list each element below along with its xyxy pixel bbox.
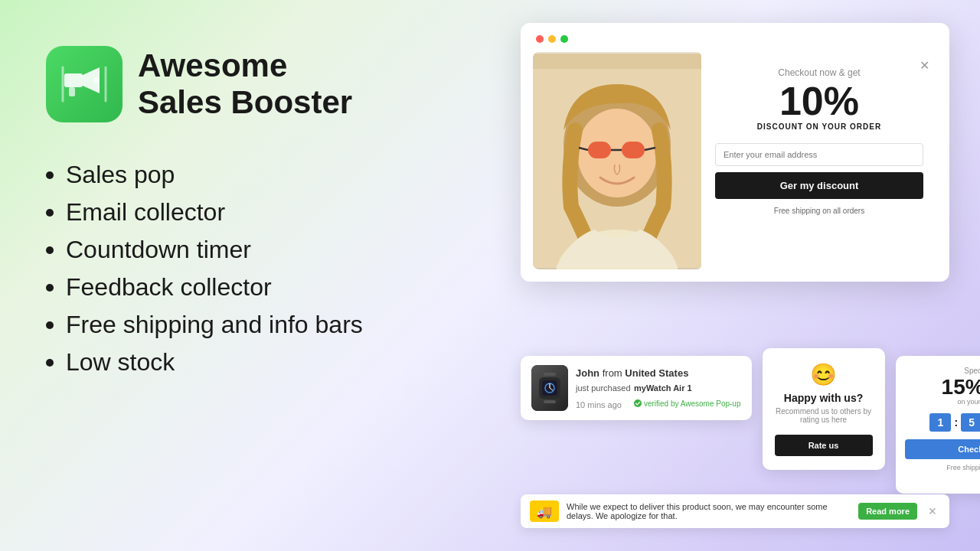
list-item: Low stock — [46, 348, 444, 377]
bullet-icon — [46, 246, 54, 254]
popup-right: ✕ Checkout now & get 10% DISCOUNT ON YOU… — [701, 52, 937, 269]
sales-pop-name: John from United States — [576, 367, 741, 380]
sales-pop-widget: John from United States just purchased m… — [521, 356, 752, 420]
countdown-special-offer: Special Offer! — [905, 367, 981, 375]
bullet-icon — [46, 171, 54, 179]
dot-yellow — [548, 35, 556, 43]
list-item: Feedback collector — [46, 273, 444, 302]
window-controls — [533, 35, 937, 43]
sales-pop-footer: 10 mins ago verified by Awesome Pop-up — [576, 397, 741, 409]
bullet-icon — [46, 321, 54, 329]
verified-badge: verified by Awesome Pop-up — [634, 399, 741, 408]
svg-rect-14 — [544, 400, 556, 403]
info-bar: 🚚 While we expect to deliver this produc… — [521, 494, 949, 528]
bullet-icon — [46, 209, 54, 217]
main-popup: ✕ Checkout now & get 10% DISCOUNT ON YOU… — [521, 23, 949, 282]
left-section: Awesome Sales Booster Sales pop Email co… — [46, 46, 444, 386]
popup-subtitle: Checkout now & get — [715, 67, 923, 78]
timer-minutes: 5 — [961, 413, 980, 432]
delivery-icon: 🚚 — [530, 500, 559, 522]
dot-red — [536, 35, 544, 43]
timer-hours: 1 — [929, 413, 951, 432]
list-item: Countdown timer — [46, 236, 444, 264]
feature-list: Sales pop Email collector Countdown time… — [46, 161, 444, 377]
popup-content: ✕ Checkout now & get 10% DISCOUNT ON YOU… — [533, 52, 937, 269]
feedback-emoji: 😊 — [775, 362, 873, 387]
feedback-title: Happy with us? — [775, 392, 873, 404]
popup-discount-label: DISCOUNT ON YOUR ORDER — [715, 122, 923, 131]
countdown-percent: 15% OFF — [905, 377, 981, 398]
popup-image — [533, 52, 701, 269]
product-image — [531, 365, 568, 411]
close-button[interactable]: ✕ — [920, 58, 929, 73]
svg-rect-8 — [622, 142, 645, 158]
feedback-widget: 😊 Happy with us? Recommend us to others … — [763, 348, 885, 470]
widgets-row: John from United States just purchased m… — [521, 356, 949, 494]
list-item: Sales pop — [46, 161, 444, 189]
list-item: Email collector — [46, 198, 444, 227]
svg-rect-13 — [544, 373, 556, 376]
list-item: Free shipping and info bars — [46, 311, 444, 339]
right-section: ✕ Checkout now & get 10% DISCOUNT ON YOU… — [521, 23, 949, 297]
svg-point-2 — [93, 77, 100, 83]
countdown-checkout-button[interactable]: Checkout Now — [905, 439, 981, 459]
bullet-icon — [46, 359, 54, 367]
countdown-sublabel: on your order today — [905, 398, 981, 406]
info-bar-text: While we expect to deliver this product … — [567, 502, 851, 520]
rate-us-button[interactable]: Rate us — [775, 435, 873, 456]
popup-percent: 10% — [715, 81, 923, 121]
svg-rect-1 — [69, 87, 75, 96]
svg-rect-7 — [588, 142, 611, 158]
free-shipping-text: Free shipping on all orders — [715, 207, 923, 215]
feedback-subtitle: Recommend us to others by rating us here — [775, 407, 873, 424]
get-discount-button[interactable]: Ger my discount — [715, 172, 923, 199]
svg-point-20 — [634, 399, 642, 407]
svg-rect-12 — [533, 54, 701, 69]
countdown-widget: ✕ Special Offer! 15% OFF on your order t… — [896, 356, 981, 494]
svg-rect-0 — [64, 73, 83, 87]
logo-icon — [46, 46, 122, 122]
dot-green — [560, 35, 568, 43]
info-bar-close-button[interactable]: ✕ — [925, 505, 940, 517]
bullet-icon — [46, 284, 54, 292]
logo-area: Awesome Sales Booster — [46, 46, 444, 122]
read-more-button[interactable]: Read more — [858, 503, 917, 520]
logo-text: Awesome Sales Booster — [138, 47, 352, 122]
countdown-shipping: Free shipping on all orders — [905, 464, 981, 471]
email-input[interactable] — [715, 143, 923, 166]
sales-pop-text: John from United States just purchased m… — [576, 367, 741, 409]
countdown-timer: 1 : 5 : 2 : 0 — [905, 413, 981, 432]
